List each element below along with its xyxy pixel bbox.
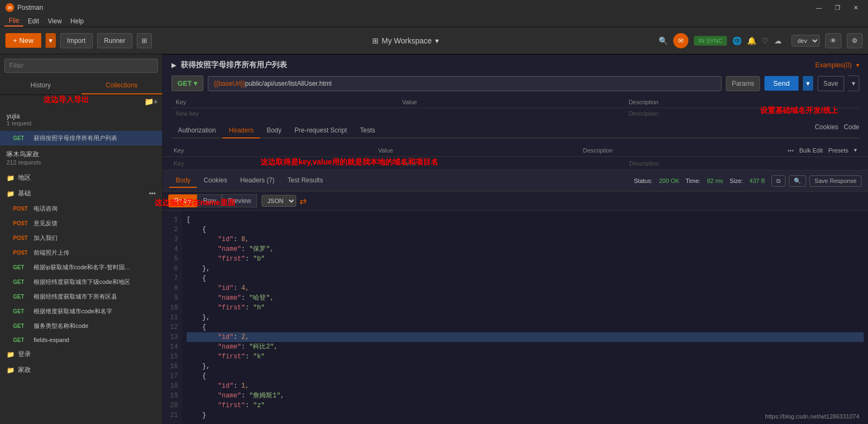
settings-button[interactable]: ⚙ (847, 33, 863, 48)
new-value-input[interactable] (402, 110, 628, 117)
response-actions: ⧉ 🔍 Save Response (771, 175, 861, 187)
sub-tab-auth[interactable]: Authorization (171, 123, 222, 137)
sub-tab-tests[interactable]: Tests (353, 123, 381, 137)
sidebar-list: yujia 1 request GET 获得按照字母排序所有用户列表 啄木鸟家政… (0, 108, 162, 424)
code-line-11: }, (187, 313, 864, 322)
view-tab-pretty[interactable]: Pretty (168, 194, 197, 207)
save-response-button[interactable]: Save Response (809, 175, 861, 187)
cloud-icon[interactable]: ☁ (774, 36, 782, 45)
format-select[interactable]: JSON (261, 195, 296, 207)
tab-collections[interactable]: Collections (81, 77, 163, 94)
request-yijian[interactable]: POST 意见反馈 (0, 216, 162, 231)
request-jiaru[interactable]: POST 加入我们 (0, 231, 162, 245)
minimize-btn[interactable]: — (812, 3, 826, 12)
examples-link[interactable]: Examples(0) (815, 61, 852, 69)
new-key-input[interactable] (176, 110, 402, 117)
request-jingwei1[interactable]: GET 根据经纬度获取城市下级code和地区 (0, 275, 162, 289)
request-dianhua[interactable]: POST 电话咨询 (0, 201, 162, 216)
send-dropdown-button[interactable]: ▾ (803, 76, 813, 91)
close-btn[interactable]: ✕ (849, 3, 863, 12)
eye-button[interactable]: 👁 (825, 33, 841, 48)
runner-button[interactable]: Runner (97, 33, 132, 48)
examples-dropdown[interactable]: ▾ (856, 61, 859, 69)
notification-icon[interactable]: 🔔 (747, 36, 756, 45)
view-tab-preview[interactable]: Preview (222, 194, 257, 207)
menu-view[interactable]: View (43, 16, 66, 26)
cookies-link[interactable]: Cookies (815, 123, 838, 137)
url-display[interactable]: {{baseUrl}}public/api/user/listAllUser.h… (208, 76, 722, 91)
folder-jichu[interactable]: 📁 基础 ••• (0, 186, 162, 201)
code-line-18: "id": 1, (187, 381, 864, 391)
globe-icon[interactable]: 🌐 (732, 36, 742, 45)
folder-jiazheng[interactable]: 📁 家政 (0, 362, 162, 378)
request-item-active[interactable]: GET 获得按照字母排序所有用户列表 (0, 131, 162, 145)
resp-tab-headers[interactable]: Headers (7) (234, 174, 281, 188)
new-dropdown-button[interactable]: ▾ (46, 33, 56, 48)
save-button[interactable]: Save (818, 76, 844, 91)
resp-tab-tests[interactable]: Test Results (281, 174, 329, 188)
folder-login[interactable]: 📁 登录 (0, 346, 162, 362)
heart-icon[interactable]: ♡ (762, 36, 769, 45)
presets-button[interactable]: Presets (828, 147, 848, 154)
bulk-edit-button[interactable]: Bulk Edit (799, 147, 822, 154)
avatar[interactable]: ✉ (673, 33, 688, 48)
code-link[interactable]: Code (844, 123, 859, 137)
method-dropdown-icon: ▾ (194, 79, 197, 87)
resp-tab-cookies[interactable]: Cookies (197, 174, 233, 188)
tab-history[interactable]: History (0, 77, 81, 94)
code-line-8: "id": 4, (187, 283, 864, 293)
line-number-19: 19 (167, 391, 178, 401)
request-fuwu[interactable]: GET 服务类型名称和code (0, 319, 162, 333)
environment-select[interactable]: dev (792, 35, 820, 47)
method-post-3: POST (13, 250, 30, 256)
save-dropdown-button[interactable]: ▾ (848, 75, 859, 91)
request-qianduan[interactable]: POST 前端照片上传 (0, 245, 162, 260)
new-desc-input[interactable] (629, 110, 855, 117)
wrap-button[interactable]: ⇄ (299, 196, 307, 206)
workspace-selector[interactable]: ⊞ My Workspace ▾ (372, 36, 439, 45)
maximize-btn[interactable]: ❐ (831, 3, 845, 12)
menu-help[interactable]: Help (66, 16, 88, 26)
import-button[interactable]: Import (60, 33, 93, 48)
menu-edit[interactable]: Edit (23, 16, 43, 26)
folder-diqu[interactable]: 📁 地区 (0, 170, 162, 186)
search-response-button[interactable]: 🔍 (789, 175, 806, 187)
line-number-20: 20 (167, 401, 178, 410)
code-view: 123456789101112131415161718192021 [ { "i… (163, 211, 868, 424)
line-number-6: 6 (167, 264, 178, 274)
line-number-11: 11 (167, 313, 178, 322)
method-get-5: GET (13, 279, 30, 285)
presets-dropdown[interactable]: ▾ (854, 147, 857, 154)
method-post-1: POST (13, 220, 30, 226)
request-fields[interactable]: GET fields-expand (0, 333, 162, 346)
size-value: 437 B (750, 178, 765, 184)
new-button[interactable]: + New (5, 33, 41, 48)
line-number-17: 17 (167, 371, 178, 381)
collection-woodpecker[interactable]: 啄木鸟家政 212 requests (0, 145, 162, 170)
search-icon[interactable]: 🔍 (659, 36, 668, 45)
sub-tab-prerequest[interactable]: Pre-request Script (288, 123, 354, 137)
extra-button[interactable]: ⊞ (137, 33, 152, 48)
method-select[interactable]: GET ▾ (171, 75, 203, 91)
headers-value-header: Value (378, 147, 583, 154)
copy-response-button[interactable]: ⧉ (771, 175, 786, 187)
menu-file[interactable]: File (4, 16, 23, 27)
code-line-13: "id": 2, (187, 332, 864, 342)
request-weidu[interactable]: GET 根据维度获取城市code和名字 (0, 304, 162, 319)
sub-tab-headers[interactable]: Headers (222, 123, 260, 138)
send-button[interactable]: Send (764, 76, 798, 91)
code-line-12: { (187, 322, 864, 332)
params-button[interactable]: Params (726, 76, 760, 91)
request-ip[interactable]: GET 根据ip获取城市code和名字-暂时固... (0, 260, 162, 275)
view-tab-raw[interactable]: Raw (197, 194, 222, 207)
watermark: https://blog.csdn.net/wt1286331074 (765, 413, 859, 420)
resp-tab-body[interactable]: Body (169, 174, 197, 188)
search-input[interactable] (4, 59, 158, 73)
request-title-row: ▶ 获得按照字母排序所有用户列表 Examples(0) ▾ (171, 60, 859, 70)
collection-yujia[interactable]: yujia 1 request (0, 108, 162, 131)
line-number-8: 8 (167, 283, 178, 293)
line-number-15: 15 (167, 352, 178, 362)
sub-tab-body[interactable]: Body (260, 123, 288, 137)
request-jingwei2[interactable]: GET 根据经纬度获取城市下所有区县 (0, 289, 162, 304)
new-collection-button[interactable]: 📁+ (144, 97, 158, 106)
